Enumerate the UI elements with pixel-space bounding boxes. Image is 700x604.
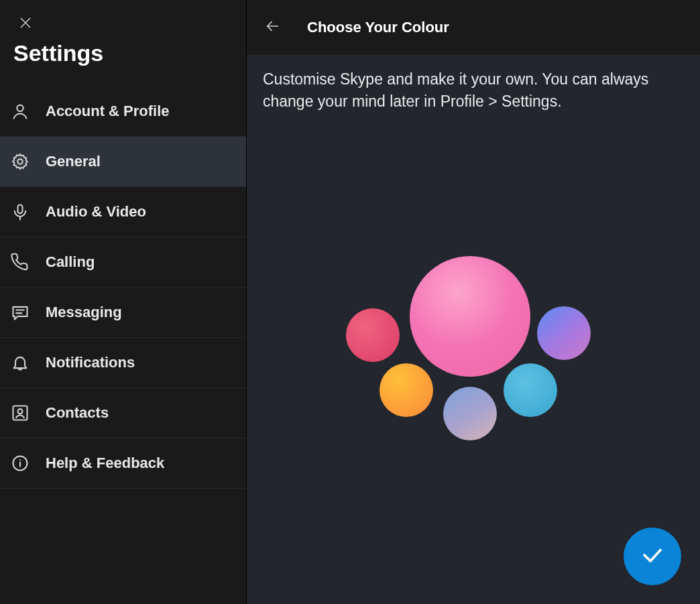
settings-title: Settings <box>13 40 233 78</box>
nav-item-label: General <box>46 153 101 170</box>
colour-option-orange[interactable] <box>380 363 433 417</box>
colour-option-teal[interactable] <box>504 363 557 417</box>
phone-icon <box>9 251 31 273</box>
info-icon <box>9 452 31 474</box>
back-button[interactable] <box>260 15 284 40</box>
nav-item-label: Account & Profile <box>46 103 170 120</box>
svg-point-3 <box>17 159 22 164</box>
nav-item-label: Audio & Video <box>46 203 146 221</box>
message-icon <box>9 302 31 323</box>
nav-item-general[interactable]: General <box>0 137 246 187</box>
nav-item-messaging[interactable]: Messaging <box>0 288 246 338</box>
mic-icon <box>9 201 31 223</box>
person-icon <box>9 101 31 122</box>
nav-item-contacts[interactable]: Contacts <box>0 388 246 438</box>
main-description: Customise Skype and make it your own. Yo… <box>263 68 665 113</box>
main-title: Choose Your Colour <box>307 19 449 36</box>
nav-item-account-profile[interactable]: Account & Profile <box>0 86 246 137</box>
svg-point-9 <box>18 409 23 414</box>
colour-option-pink[interactable] <box>410 256 530 377</box>
nav-item-label: Help & Feedback <box>46 455 164 472</box>
bell-icon <box>9 352 31 373</box>
check-icon <box>640 543 664 570</box>
nav-item-audio-video[interactable]: Audio & Video <box>0 187 246 237</box>
nav-item-help-feedback[interactable]: Help & Feedback <box>0 438 246 489</box>
nav-item-notifications[interactable]: Notifications <box>0 338 246 388</box>
contact-icon <box>9 402 31 424</box>
nav-item-calling[interactable]: Calling <box>0 237 246 288</box>
main-panel: Choose Your Colour Customise Skype and m… <box>247 0 700 604</box>
nav-item-label: Messaging <box>46 304 122 321</box>
nav-item-label: Notifications <box>46 354 135 371</box>
main-header: Choose Your Colour <box>247 0 700 55</box>
settings-sidebar: Settings Account & Profile <box>0 0 247 604</box>
close-icon <box>19 16 32 32</box>
colour-option-lavender[interactable] <box>443 387 497 440</box>
svg-rect-4 <box>18 205 23 214</box>
nav-item-label: Calling <box>46 253 95 271</box>
colour-illustration <box>346 256 601 457</box>
colour-option-purple-blue[interactable] <box>537 306 591 360</box>
confirm-button[interactable] <box>624 528 681 585</box>
arrow-left-icon <box>264 19 281 36</box>
svg-rect-8 <box>13 406 27 420</box>
sidebar-header: Settings <box>0 0 246 86</box>
nav-item-label: Contacts <box>46 404 109 422</box>
colour-option-red[interactable] <box>346 308 400 362</box>
svg-point-2 <box>17 105 23 111</box>
gear-icon <box>9 151 31 172</box>
main-body: Customise Skype and make it your own. Yo… <box>247 55 700 604</box>
close-button[interactable] <box>13 12 38 36</box>
settings-nav: Account & Profile General <box>0 86 246 489</box>
